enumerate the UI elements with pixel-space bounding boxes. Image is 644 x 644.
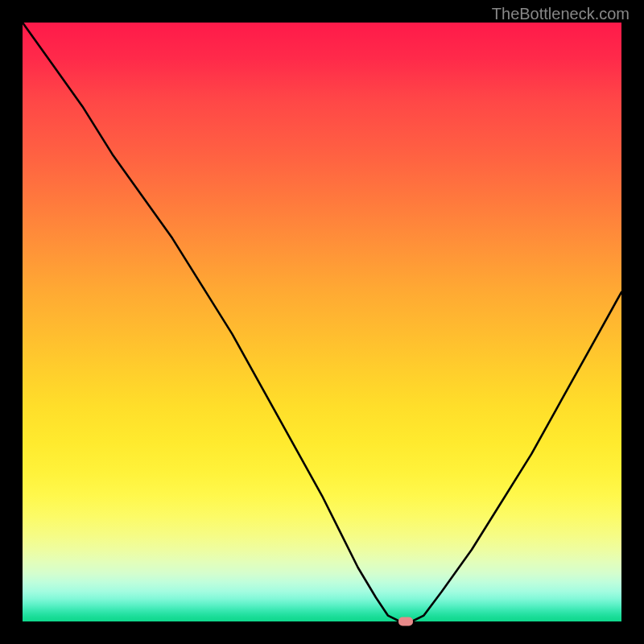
- optimum-marker: [398, 617, 413, 626]
- chart-container: TheBottleneck.com: [0, 0, 644, 644]
- watermark-text: TheBottleneck.com: [492, 5, 630, 23]
- bottleneck-curve: [23, 23, 621, 621]
- curve-svg: [23, 23, 621, 621]
- plot-area: [23, 23, 621, 621]
